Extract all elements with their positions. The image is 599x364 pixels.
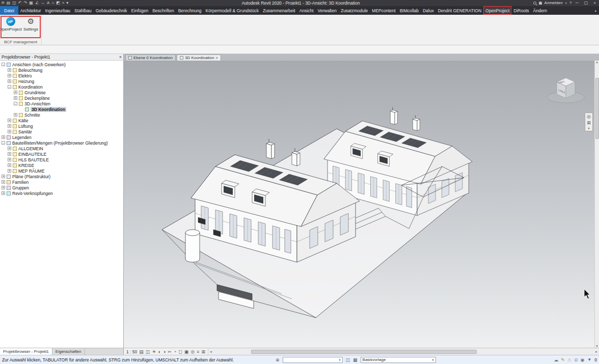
expand-toggle-icon[interactable]: + bbox=[8, 158, 11, 161]
visual-style-icon[interactable]: ◫ bbox=[146, 349, 150, 355]
expand-toggle-icon[interactable]: + bbox=[8, 169, 11, 173]
editable-only-icon[interactable]: ◫ bbox=[346, 357, 350, 362]
expand-toggle-icon[interactable]: + bbox=[14, 113, 17, 117]
tree-item[interactable]: + Heizung bbox=[0, 78, 123, 84]
ribbon-tab[interactable]: Einfügen bbox=[129, 6, 151, 15]
expand-toggle-icon[interactable]: + bbox=[8, 119, 11, 122]
section-icon[interactable]: ◩ bbox=[56, 1, 60, 5]
expand-toggle-icon[interactable]: + bbox=[2, 135, 5, 139]
temporary-hide-isolate-icon[interactable]: ◻ bbox=[178, 349, 182, 355]
drawing-area[interactable]: OBEN LINKS ◎ ⊞ ▾ bbox=[124, 61, 594, 348]
expand-toggle-icon[interactable]: + bbox=[8, 163, 11, 167]
steering-wheel-icon[interactable]: ◎ bbox=[587, 114, 591, 119]
file-menu-button[interactable]: Datei bbox=[0, 6, 18, 15]
tree-item[interactable]: + Legenden bbox=[0, 134, 123, 140]
worksharing-status-icon[interactable]: ☁ bbox=[554, 357, 558, 362]
tree-item[interactable]: + Revit-Verknüpfungen bbox=[0, 190, 123, 196]
measure-icon[interactable]: ∠ bbox=[35, 1, 39, 5]
tree-item[interactable]: + Sanitär bbox=[0, 129, 123, 134]
sun-path-icon[interactable]: ☀ bbox=[152, 349, 156, 355]
openproject-button[interactable]: oP OpenProject bbox=[2, 17, 19, 39]
expand-toggle-icon[interactable]: + bbox=[8, 152, 11, 156]
thin-lines-icon[interactable]: ≈ bbox=[62, 1, 64, 5]
minimize-button[interactable]: ─ bbox=[574, 1, 580, 5]
zoom-icon[interactable]: ⊞ bbox=[587, 120, 591, 125]
tree-item[interactable]: + MEP RÄUME bbox=[0, 168, 123, 174]
expand-toggle-icon[interactable]: - bbox=[14, 102, 17, 105]
temporary-view-properties-icon[interactable]: ≡ bbox=[197, 349, 199, 355]
default-3d-view-icon[interactable]: ⌂ bbox=[51, 1, 54, 5]
tree-item[interactable]: + Schnitte bbox=[0, 112, 123, 118]
rendering-icon[interactable]: ◑ bbox=[163, 349, 166, 355]
undo-icon[interactable]: ↶ bbox=[18, 1, 22, 5]
ribbon-tab[interactable]: Dalux bbox=[421, 6, 436, 15]
ribbon-tab[interactable]: Körpermodell & Grundstück bbox=[204, 6, 261, 15]
analytical-model-icon[interactable]: ⊞ bbox=[201, 349, 205, 355]
expand-toggle-icon[interactable]: + bbox=[14, 96, 17, 100]
workset-dropdown[interactable]: ▾ bbox=[283, 357, 343, 363]
detail-level-icon[interactable]: ▤ bbox=[139, 349, 144, 355]
tree-item[interactable]: + ALLGEMEIN bbox=[0, 146, 123, 151]
worksharing-display-icon[interactable]: ◎ bbox=[190, 349, 195, 355]
tree-item[interactable]: + Lüftung bbox=[0, 123, 123, 129]
expand-toggle-icon[interactable]: + bbox=[8, 74, 11, 77]
show-crop-region-icon[interactable]: ◔ bbox=[174, 349, 176, 355]
ribbon-tab[interactable]: MEPcontent bbox=[370, 6, 397, 15]
help-icon[interactable]: ? bbox=[569, 1, 571, 5]
ribbon-tab[interactable]: Berechnung bbox=[176, 6, 204, 15]
redo-icon[interactable]: ↷ bbox=[24, 1, 28, 5]
expand-toggle-icon[interactable]: + bbox=[2, 191, 5, 195]
workset-search-icon[interactable]: ⊕ bbox=[276, 357, 280, 362]
shadows-icon[interactable]: ◐ bbox=[158, 349, 160, 355]
customize-qat-icon[interactable]: ▾ bbox=[66, 1, 68, 5]
open-icon[interactable]: ▤ bbox=[7, 1, 11, 5]
close-button[interactable]: × bbox=[592, 1, 597, 5]
vertical-scrollbar[interactable]: ▲ ▼ bbox=[594, 61, 599, 348]
ribbon-tab[interactable]: Dendrit GENERATION bbox=[436, 6, 483, 15]
close-view-icon[interactable]: × bbox=[215, 55, 218, 60]
ribbon-tab[interactable]: Ansicht bbox=[297, 6, 316, 15]
scroll-up-icon[interactable]: ▲ bbox=[595, 61, 598, 64]
tree-item[interactable]: 3D Koordination bbox=[0, 106, 123, 112]
selection-filter-icon[interactable]: ▼ bbox=[587, 357, 591, 362]
sign-in-button[interactable]: Anmelden bbox=[544, 1, 563, 5]
communicate-icon[interactable]: ✎ bbox=[561, 357, 565, 362]
expand-toggle-icon[interactable]: + bbox=[2, 175, 5, 178]
expand-toggle-icon[interactable]: + bbox=[8, 79, 11, 83]
aligned-dimension-icon[interactable]: ↔ bbox=[41, 1, 45, 5]
bottom-tab[interactable]: Eigenschaften bbox=[52, 348, 85, 355]
tree-item[interactable]: + Grundrisse bbox=[0, 90, 123, 95]
expand-toggle-icon[interactable]: - bbox=[2, 141, 5, 145]
expand-toggle-icon[interactable]: - bbox=[8, 85, 11, 89]
tree-item[interactable]: - Koordination bbox=[0, 84, 123, 90]
tree-item[interactable]: + Kälte bbox=[0, 118, 123, 123]
warnings-icon[interactable]: ⚠ bbox=[567, 357, 571, 362]
maximize-button[interactable]: ▢ bbox=[583, 1, 590, 5]
save-icon[interactable]: ◫ bbox=[12, 1, 16, 5]
tree-item[interactable]: - Bauteillisten/Mengen (Projektbrowser G… bbox=[0, 140, 123, 146]
tree-item[interactable]: - Ansichten (nach Gewerken) bbox=[0, 62, 123, 67]
design-option-dropdown[interactable]: Basisvorlage▾ bbox=[361, 357, 436, 363]
crop-view-icon[interactable]: ✂ bbox=[168, 349, 172, 355]
tree-item[interactable]: + Gruppen bbox=[0, 185, 123, 190]
view-tab[interactable]: Ebene 0 Koordination × bbox=[125, 54, 176, 61]
constraints-icon[interactable]: ⊙ bbox=[574, 357, 578, 362]
expand-toggle-icon[interactable]: + bbox=[2, 180, 5, 184]
ribbon-tab[interactable]: Beschriften bbox=[150, 6, 176, 15]
settings-button[interactable]: ⚙ Settings bbox=[22, 17, 40, 39]
ribbon-tab[interactable]: Zusammenarbeit bbox=[261, 6, 297, 15]
expand-toggle-icon[interactable]: + bbox=[8, 147, 11, 150]
ribbon-tab[interactable]: Gebäudetechnik bbox=[94, 6, 129, 15]
sign-in-caret-icon[interactable]: ▾ bbox=[565, 2, 567, 5]
tree-item[interactable]: + EINBAUTEILE bbox=[0, 151, 123, 157]
tree-item[interactable]: + Familien bbox=[0, 179, 123, 185]
text-icon[interactable]: A bbox=[47, 1, 49, 5]
expand-toggle-icon[interactable]: + bbox=[14, 91, 17, 94]
expand-toggle-icon[interactable]: + bbox=[2, 186, 5, 189]
navbar-caret-icon[interactable]: ▾ bbox=[588, 126, 589, 130]
ribbon-minimize-icon[interactable]: ▴ bbox=[594, 9, 596, 13]
expand-toggle-icon[interactable]: + bbox=[8, 124, 11, 128]
horizontal-scrollbar[interactable]: ◄ ► bbox=[208, 348, 599, 355]
ribbon-tab[interactable]: Verwalten bbox=[316, 6, 339, 15]
ribbon-tab[interactable]: Ingenieurbau bbox=[43, 6, 72, 15]
